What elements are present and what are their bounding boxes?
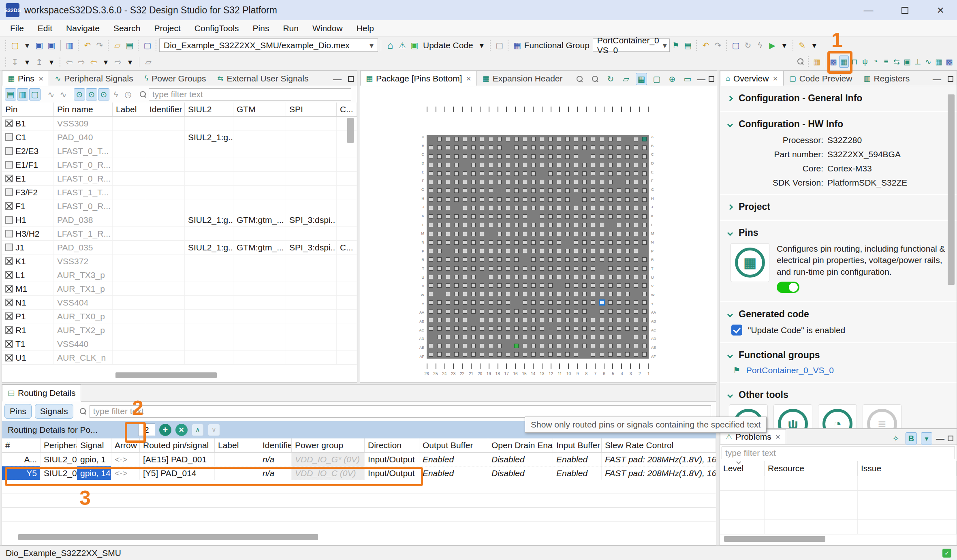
cell-spi[interactable]: [286, 158, 337, 171]
forward-history-dropdown[interactable]: ▾: [124, 56, 136, 68]
cell-label[interactable]: [113, 254, 146, 268]
cell-pin-name[interactable]: LFAST_1_T...: [54, 186, 113, 199]
cell-spi[interactable]: [286, 186, 337, 199]
pin-checkbox[interactable]: [5, 147, 13, 155]
cell-identifier[interactable]: [146, 227, 185, 240]
cell-pin-name[interactable]: VSS440: [54, 337, 113, 351]
tab-registers[interactable]: Registers: [858, 71, 915, 86]
cell-peripheral[interactable]: SIUL2_0: [41, 453, 77, 466]
cell-pin-name[interactable]: PAD_040: [54, 130, 113, 144]
pin-checkbox[interactable]: [5, 188, 13, 196]
show-output-pins-button[interactable]: [86, 88, 97, 100]
column-header[interactable]: Pin: [2, 103, 54, 116]
column-header[interactable]: Pin name: [54, 103, 113, 116]
column-header[interactable]: Identifier: [259, 438, 292, 452]
cell-gtm[interactable]: [233, 282, 286, 295]
cell-pin-name[interactable]: AUR_TX0_p: [54, 310, 113, 323]
cell-gtm[interactable]: [233, 117, 286, 130]
maximize-view-button[interactable]: [709, 76, 714, 82]
pins-table-row[interactable]: U1AUR_CLK_n: [2, 351, 357, 365]
close-window-button[interactable]: ×: [937, 3, 944, 17]
cell-spi[interactable]: SPI_3:dspi...: [286, 213, 337, 227]
cell-siul2[interactable]: [185, 144, 233, 158]
validation-warning-icon[interactable]: [397, 39, 408, 51]
cell-label[interactable]: [113, 117, 146, 130]
column-header[interactable]: Peripheral: [41, 438, 77, 452]
tab-package-pins-bottom[interactable]: Package [Pins Bottom] ×: [360, 71, 477, 86]
pin-checkbox[interactable]: [5, 202, 13, 210]
export-image-button[interactable]: [620, 73, 632, 85]
column-header[interactable]: Routed pin/signal: [140, 438, 215, 452]
cell-label[interactable]: [113, 310, 146, 323]
group-by-button[interactable]: B: [906, 432, 917, 445]
pin-checkbox[interactable]: [5, 285, 13, 293]
cell-label[interactable]: [113, 241, 146, 254]
run-button[interactable]: [767, 39, 778, 51]
tab-expansion-header[interactable]: Expansion Header: [477, 71, 568, 86]
console-icon[interactable]: [730, 39, 741, 51]
view-pins-table-button[interactable]: [17, 88, 28, 100]
package-tool-icon[interactable]: [902, 56, 912, 68]
cell-label[interactable]: [113, 213, 146, 227]
collapse-icon[interactable]: [727, 352, 733, 358]
routing-horizontal-scrollbar[interactable]: [18, 534, 318, 540]
cell-gtm[interactable]: [233, 186, 286, 199]
cell-siul2[interactable]: [185, 117, 233, 130]
maximize-view-button[interactable]: [948, 436, 953, 441]
close-tab-icon[interactable]: ×: [466, 74, 471, 83]
pin-checkbox[interactable]: [5, 354, 13, 361]
cell-identifier[interactable]: [146, 186, 185, 199]
cell-label[interactable]: [113, 158, 146, 171]
filter-funnel-icon[interactable]: [921, 432, 932, 445]
menu-project[interactable]: Project: [147, 20, 187, 36]
pins-table-row[interactable]: R1AUR_TX2_p: [2, 323, 357, 337]
column-header[interactable]: #: [2, 438, 41, 452]
cell-spi[interactable]: [286, 323, 337, 337]
cell-identifier[interactable]: [146, 144, 185, 158]
cell-pin-name[interactable]: LFAST_0_R...: [54, 172, 113, 185]
pins-table-row[interactable]: F3/F2LFAST_1_T...: [2, 186, 357, 199]
package-settings-button[interactable]: [666, 73, 678, 85]
menu-navigate[interactable]: Navigate: [59, 20, 107, 36]
cell-identifier[interactable]: [146, 158, 185, 171]
cell-siul2[interactable]: [185, 310, 233, 323]
menu-edit[interactable]: Edit: [31, 20, 59, 36]
cell-gtm[interactable]: GTM:gtm_...: [233, 241, 286, 254]
cell-can[interactable]: [337, 296, 357, 309]
cell-label[interactable]: [113, 172, 146, 185]
add-route-button[interactable]: +: [159, 424, 171, 436]
routing-signals-button[interactable]: Signals: [35, 404, 73, 419]
tab-peripheral-signals[interactable]: Peripheral Signals: [49, 71, 139, 86]
new-project-button[interactable]: [124, 39, 135, 51]
pins-table-row[interactable]: P1AUR_TX0_p: [2, 310, 357, 323]
minimize-view-button[interactable]: —: [697, 74, 705, 84]
cell-identifier[interactable]: [146, 241, 185, 254]
problems-table-header[interactable]: LevelResourceIssue: [720, 461, 957, 476]
cell-can[interactable]: [337, 130, 357, 144]
cell-siul2[interactable]: SIUL2_1:g...: [185, 130, 233, 144]
column-header[interactable]: Slew Rate Control: [602, 438, 716, 452]
menu-window[interactable]: Window: [305, 20, 350, 36]
menu-run[interactable]: Run: [276, 20, 305, 36]
collapse-icon[interactable]: [727, 392, 733, 398]
cell-identifier[interactable]: n/a: [259, 453, 292, 466]
cell-label[interactable]: [113, 199, 146, 213]
package-view[interactable]: ABCDEFGHJKLMNPRTUVWYAAABACADAEAF ABCDEFG…: [360, 86, 717, 382]
selected-ball[interactable]: [599, 299, 605, 306]
cell-spi[interactable]: [286, 351, 337, 364]
cell-power-group[interactable]: VDD_IO_G* (0V): [292, 453, 365, 466]
cell-input-buffer[interactable]: Enabled: [553, 466, 602, 480]
pins-table-row[interactable]: M1AUR_TX1_p: [2, 282, 357, 296]
menu-help[interactable]: Help: [350, 20, 381, 36]
cell-label[interactable]: [113, 186, 146, 199]
new-window-button[interactable]: [143, 56, 154, 68]
pin-checkbox[interactable]: [5, 340, 13, 348]
column-header[interactable]: GTM: [233, 103, 286, 116]
usb-tool-icon[interactable]: [860, 56, 870, 68]
cell-pin-name[interactable]: AUR_TX3_p: [54, 268, 113, 282]
pins-table-header[interactable]: PinPin nameLabelIdentifierSIUL2GTMSPIC..…: [2, 103, 357, 117]
pins-table-row[interactable]: C1PAD_040SIUL2_1:g...: [2, 130, 357, 144]
cell-can[interactable]: C...: [337, 241, 357, 254]
cell-open-drain[interactable]: Disabled: [488, 466, 553, 480]
cell-siul2[interactable]: [185, 296, 233, 309]
